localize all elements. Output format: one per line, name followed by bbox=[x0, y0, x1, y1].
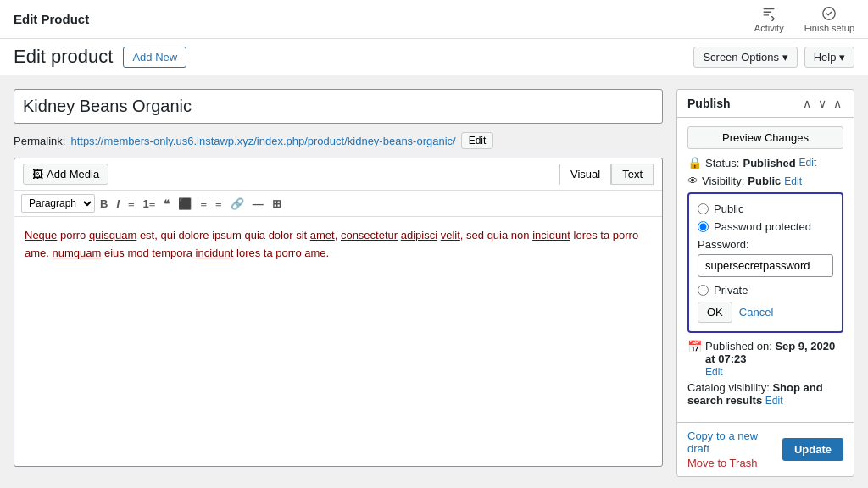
public-option[interactable]: Public bbox=[698, 202, 833, 215]
permalink-row: Permalink: https://members-only.us6.inst… bbox=[14, 132, 663, 149]
status-label: Status: bbox=[705, 157, 739, 169]
catalog-edit-link[interactable]: Edit bbox=[765, 395, 783, 407]
link-button[interactable]: 🔗 bbox=[227, 196, 248, 212]
read-more-button[interactable]: — bbox=[249, 196, 267, 212]
add-media-icon: 🖼 bbox=[32, 168, 43, 180]
editor-tabs: Visual Text bbox=[559, 164, 654, 185]
paragraph-select[interactable]: Paragraph bbox=[21, 194, 95, 213]
catalog-label: Catalog visibility: bbox=[687, 381, 770, 394]
lock-icon: 🔒 bbox=[687, 156, 702, 169]
publish-panel-body: Preview Changes 🔒 Status: Published Edit… bbox=[677, 118, 854, 422]
unordered-list-button[interactable]: ≡ bbox=[125, 196, 138, 212]
calendar-icon: 📅 bbox=[687, 340, 702, 353]
visibility-label: Visibility: bbox=[702, 175, 744, 187]
content-area: Permalink: https://members-only.us6.inst… bbox=[14, 89, 663, 467]
password-field-label: Password: bbox=[698, 238, 833, 251]
preview-changes-button[interactable]: Preview Changes bbox=[687, 126, 843, 149]
bold-button[interactable]: B bbox=[97, 196, 111, 212]
permalink-edit-button[interactable]: Edit bbox=[461, 132, 494, 149]
published-edit-link[interactable]: Edit bbox=[705, 366, 723, 378]
text-tab[interactable]: Text bbox=[611, 164, 654, 185]
screen-options-button[interactable]: Screen Options ▾ bbox=[693, 47, 797, 68]
public-radio[interactable] bbox=[698, 203, 709, 214]
panel-collapse-up-button[interactable]: ∧ bbox=[801, 97, 813, 110]
visibility-edit-link[interactable]: Edit bbox=[784, 175, 802, 187]
private-label: Private bbox=[714, 284, 748, 297]
finish-setup-label: Finish setup bbox=[804, 23, 854, 33]
publish-panel: Publish ∧ ∨ ∧ Preview Changes 🔒 Status: … bbox=[676, 89, 854, 477]
move-trash-link[interactable]: Move to Trash bbox=[687, 457, 782, 469]
visual-tab[interactable]: Visual bbox=[559, 164, 611, 185]
visibility-value: Public bbox=[748, 175, 781, 187]
private-option[interactable]: Private bbox=[698, 284, 833, 297]
panel-close-button[interactable]: ∧ bbox=[832, 97, 843, 110]
align-right-button[interactable]: ≡ bbox=[212, 196, 225, 212]
panel-collapse-down-button[interactable]: ∨ bbox=[816, 97, 828, 110]
published-on-label: Published on: bbox=[705, 340, 772, 352]
add-new-button[interactable]: Add New bbox=[123, 47, 186, 68]
status-row: 🔒 Status: Published Edit bbox=[687, 156, 843, 169]
panel-header-controls: ∧ ∨ ∧ bbox=[801, 97, 843, 110]
copy-draft-link[interactable]: Copy to a new draft bbox=[687, 430, 782, 455]
italic-button[interactable]: I bbox=[113, 196, 123, 212]
public-label: Public bbox=[714, 202, 743, 215]
product-title-input[interactable] bbox=[14, 89, 663, 124]
visibility-actions: OK Cancel bbox=[698, 302, 833, 323]
toolbar-toggle-button[interactable]: ⊞ bbox=[269, 196, 285, 212]
add-media-button[interactable]: 🖼 Add Media bbox=[23, 164, 108, 185]
activity-button[interactable]: Activity bbox=[754, 6, 784, 33]
private-radio[interactable] bbox=[698, 285, 709, 296]
cancel-link[interactable]: Cancel bbox=[739, 306, 773, 319]
help-button[interactable]: Help ▾ bbox=[804, 47, 854, 68]
publish-panel-header: Publish ∧ ∨ ∧ bbox=[677, 90, 854, 118]
visibility-popup: Public Password protected Password: Priv… bbox=[687, 192, 843, 333]
catalog-visibility-row: Catalog visibility: Shop and search resu… bbox=[687, 381, 843, 407]
admin-bar-right: Screen Options ▾ Help ▾ bbox=[693, 47, 854, 68]
editor-toolbar: Paragraph B I ≡ 1≡ ❝ ⬛ ≡ ≡ 🔗 — ⊞ bbox=[14, 191, 662, 217]
visibility-row: 👁 Visibility: Public Edit bbox=[687, 175, 843, 187]
publish-panel-footer: Copy to a new draft Move to Trash Update bbox=[677, 422, 854, 476]
editor-paragraph: Neque porro quisquam est, qui dolore ips… bbox=[25, 227, 652, 263]
admin-bar: Edit product Add New Screen Options ▾ He… bbox=[0, 39, 868, 75]
page-title: Edit product bbox=[14, 46, 113, 68]
editor-container: 🖼 Add Media Visual Text Paragraph B I ≡ … bbox=[14, 158, 663, 467]
align-left-button[interactable]: ⬛ bbox=[175, 196, 195, 212]
blockquote-button[interactable]: ❝ bbox=[160, 196, 173, 212]
update-button[interactable]: Update bbox=[782, 438, 843, 461]
permalink-link[interactable]: https://members-only.us6.instawp.xyz/ind… bbox=[70, 135, 455, 147]
permalink-label: Permalink: bbox=[14, 135, 65, 147]
editor-top-bar: 🖼 Add Media Visual Text bbox=[14, 158, 662, 191]
password-protected-radio[interactable] bbox=[698, 221, 709, 232]
activity-label: Activity bbox=[754, 23, 784, 33]
ok-button[interactable]: OK bbox=[698, 302, 732, 323]
password-protected-label: Password protected bbox=[714, 220, 811, 233]
top-bar-actions: Activity Finish setup bbox=[754, 6, 854, 33]
publish-panel-title: Publish bbox=[687, 97, 731, 110]
status-edit-link[interactable]: Edit bbox=[799, 157, 817, 169]
top-bar: Edit Product Activity Finish setup bbox=[0, 0, 868, 39]
password-input[interactable] bbox=[698, 254, 833, 277]
finish-setup-button[interactable]: Finish setup bbox=[804, 6, 854, 33]
ordered-list-button[interactable]: 1≡ bbox=[140, 196, 159, 212]
editor-content[interactable]: Neque porro quisquam est, qui dolore ips… bbox=[14, 217, 662, 319]
top-bar-title: Edit Product bbox=[14, 12, 89, 26]
published-on-info: Published on: Sep 9, 2020 at 07:23 Edit bbox=[705, 340, 843, 378]
align-center-button[interactable]: ≡ bbox=[197, 196, 210, 212]
password-protected-option[interactable]: Password protected bbox=[698, 220, 833, 233]
main-layout: Permalink: https://members-only.us6.inst… bbox=[0, 75, 868, 480]
admin-bar-left: Edit product Add New bbox=[14, 46, 186, 68]
sidebar: Publish ∧ ∨ ∧ Preview Changes 🔒 Status: … bbox=[676, 89, 854, 467]
published-on-row: 📅 Published on: Sep 9, 2020 at 07:23 Edi… bbox=[687, 340, 843, 378]
eye-icon: 👁 bbox=[687, 175, 698, 187]
status-value: Published bbox=[743, 157, 795, 169]
footer-links: Copy to a new draft Move to Trash bbox=[687, 430, 782, 469]
